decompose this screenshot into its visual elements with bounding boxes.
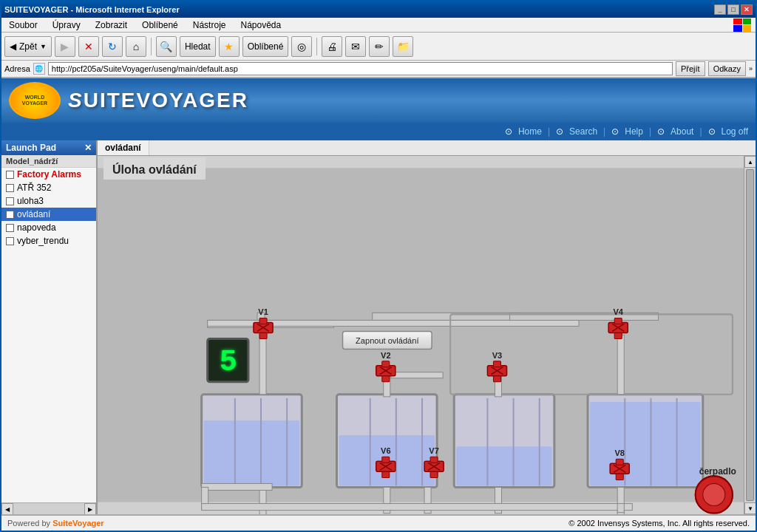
svg-rect-22 — [590, 402, 701, 486]
nav-home[interactable]: Home — [518, 126, 542, 137]
search-text-button[interactable]: Hledat — [180, 36, 216, 57]
home-button[interactable]: ⌂ — [126, 36, 146, 57]
menu-upravy[interactable]: Úpravy — [50, 18, 84, 32]
sidebar-close-button[interactable]: ✕ — [84, 143, 92, 153]
svg-rect-17 — [456, 446, 552, 485]
refresh-button[interactable]: ↻ — [102, 36, 123, 57]
svg-text:V4: V4 — [613, 307, 623, 316]
window-title: SUITEVOYAGER - Microsoft Internet Explor… — [4, 5, 180, 14]
svg-rect-7 — [204, 420, 300, 485]
minimize-button[interactable]: _ — [714, 4, 726, 15]
nav-logoff[interactable]: Log off — [722, 126, 748, 137]
menu-napoveda[interactable]: Nápověda — [237, 18, 284, 32]
menubar: Soubor Úpravy Zobrazit Oblíbené Nástroje… — [1, 18, 756, 33]
print-button[interactable]: 🖨 — [322, 36, 342, 57]
stop-button[interactable]: ✕ — [78, 36, 99, 57]
bottombar: Powered by SuiteVoyager © 2002 Invensys … — [1, 514, 756, 531]
toolbar: ◀ Zpět ▼ ▶ ✕ ↻ ⌂ 🔍 Hledat ★ Oblíbené ◎ 🖨… — [1, 33, 756, 61]
address-icon: 🌐 — [33, 63, 45, 75]
svg-rect-64 — [493, 376, 500, 382]
back-dropdown-icon[interactable]: ▼ — [40, 43, 47, 50]
sidebar-item-uloha3[interactable]: uloha3 — [1, 194, 96, 208]
svg-text:čerpadlo: čerpadlo — [699, 466, 736, 477]
go-button[interactable]: Přejít — [676, 61, 705, 76]
svg-text:V8: V8 — [614, 449, 625, 457]
folder-button[interactable]: 📁 — [393, 36, 413, 57]
content-body: Úloha ovládání ▲ ▼ — [98, 156, 756, 514]
titlebar-controls[interactable]: _ □ ✕ — [714, 4, 753, 15]
svg-rect-57 — [382, 361, 390, 367]
svg-text:V2: V2 — [381, 351, 391, 360]
svg-rect-58 — [382, 376, 390, 382]
svg-rect-81 — [430, 457, 438, 463]
separator-2 — [316, 38, 317, 55]
logout-icon: ⊙ — [708, 126, 716, 137]
svg-rect-46 — [259, 332, 267, 338]
svg-rect-88 — [616, 474, 623, 480]
scroll-thumb[interactable] — [746, 169, 754, 501]
svg-rect-82 — [430, 471, 438, 477]
back-button[interactable]: ◀ Zpět ▼ — [4, 36, 52, 57]
favorites-button[interactable]: Oblíbené — [242, 36, 289, 57]
links-button[interactable]: Odkazy — [708, 61, 746, 76]
svg-rect-28 — [617, 335, 624, 395]
home-icon: ⊙ — [505, 126, 512, 137]
menu-oblibene[interactable]: Oblíbené — [139, 18, 181, 32]
napoveda-checkbox[interactable] — [6, 224, 14, 232]
svg-rect-52 — [614, 332, 622, 338]
menu-zobrazit[interactable]: Zobrazit — [92, 18, 130, 32]
help-icon: ⊙ — [611, 126, 619, 137]
sidebar-item-atr352[interactable]: ATŘ 352 — [1, 181, 96, 194]
scroll-up-button[interactable]: ▲ — [744, 156, 756, 168]
vyber-trendu-checkbox[interactable] — [6, 237, 14, 245]
separator-1 — [151, 38, 152, 55]
scrollbar-right[interactable]: ▲ ▼ — [744, 156, 756, 514]
forward-button[interactable]: ▶ — [55, 36, 75, 57]
favorites-star-icon: ★ — [219, 36, 240, 57]
sidebar-header: Launch Pad ✕ — [1, 140, 96, 155]
search-button[interactable]: 🔍 — [156, 36, 177, 57]
sidebar-title: Launch Pad — [6, 143, 56, 153]
close-button[interactable]: ✕ — [741, 4, 753, 15]
scroll-right-button[interactable]: ▶ — [84, 503, 96, 514]
expand-links-icon[interactable]: » — [749, 65, 753, 72]
svg-rect-63 — [493, 361, 500, 367]
media-button[interactable]: ◎ — [291, 36, 312, 57]
svg-rect-76 — [382, 471, 390, 477]
process-diagram: V1 V4 — [98, 156, 744, 514]
svg-rect-51 — [614, 318, 622, 324]
scroll-down-button[interactable]: ▼ — [744, 502, 756, 514]
nav-help[interactable]: Help — [625, 126, 643, 137]
mail-button[interactable]: ✉ — [345, 36, 366, 57]
sidebar-item-factory-alarms[interactable]: Factory Alarms — [1, 168, 96, 181]
svg-text:V3: V3 — [492, 351, 503, 360]
scroll-left-button[interactable]: ◀ — [1, 503, 13, 514]
svg-rect-39 — [202, 504, 633, 511]
edit-button[interactable]: ✏ — [369, 36, 390, 57]
branding-header: WORLD VOYAGER SUITEVOYAGER — [1, 78, 756, 123]
address-input[interactable] — [48, 62, 673, 75]
logo: WORLD VOYAGER — [9, 82, 61, 119]
factory-alarms-checkbox[interactable] — [6, 171, 14, 179]
nav-about[interactable]: About — [671, 126, 693, 137]
uloha3-checkbox[interactable] — [6, 197, 14, 205]
svg-rect-45 — [259, 318, 267, 324]
sidebar-item-napoveda[interactable]: napoveda — [1, 221, 96, 234]
atr352-checkbox[interactable] — [6, 184, 14, 192]
nav-search[interactable]: Search — [569, 126, 597, 137]
suitevoyager-link[interactable]: SuiteVoyager — [52, 519, 104, 528]
svg-rect-30 — [391, 372, 443, 378]
tab-ovladani[interactable]: ovládaní — [98, 140, 149, 155]
suite-text: S — [68, 89, 84, 112]
menu-soubor[interactable]: Soubor — [6, 18, 41, 32]
sidebar-item-ovladani[interactable]: ovládaní — [1, 208, 96, 221]
titlebar: SUITEVOYAGER - Microsoft Internet Explor… — [1, 1, 756, 18]
windows-logo — [733, 18, 751, 32]
menu-nastroje[interactable]: Nástroje — [190, 18, 229, 32]
sidebar-subheader: Model_nádrží — [1, 155, 96, 168]
ovladani-checkbox[interactable] — [6, 211, 14, 219]
maximize-button[interactable]: □ — [727, 4, 739, 15]
svg-text:V6: V6 — [381, 446, 391, 455]
addressbar: Adresa 🌐 Přejít Odkazy » — [1, 61, 756, 78]
sidebar-item-vyber-trendu[interactable]: vyber_trendu — [1, 234, 96, 248]
